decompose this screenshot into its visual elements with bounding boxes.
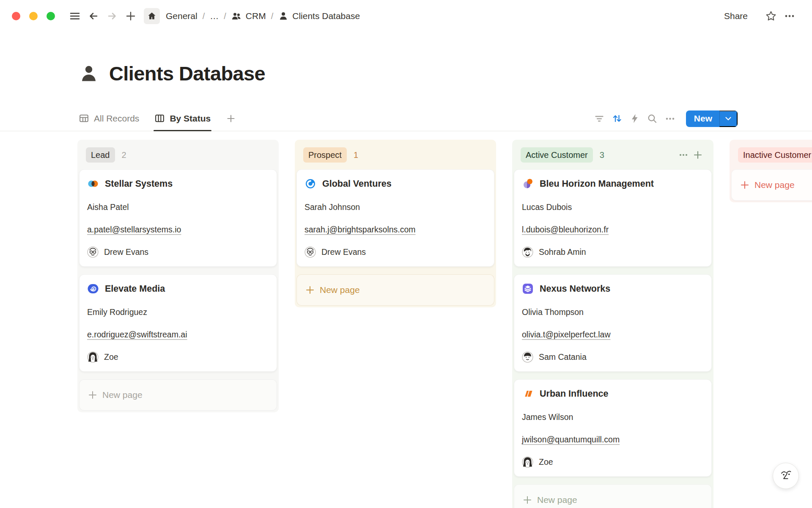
new-record-split-button: New <box>686 110 738 127</box>
breadcrumb-separator: / <box>224 11 226 21</box>
plus-icon <box>226 113 236 124</box>
new-tab-button[interactable] <box>123 8 139 24</box>
favorite-button[interactable] <box>763 8 779 24</box>
status-chip-inactive-customer[interactable]: Inactive Customer <box>738 147 812 163</box>
owner-name: Sohrab Amin <box>539 247 586 257</box>
ellipsis-icon <box>678 150 689 160</box>
breadcrumb-item-general[interactable]: General <box>164 10 199 22</box>
email-link[interactable]: e.rodriguez@swiftstream.ai <box>87 330 187 339</box>
sidebar-menu-button[interactable] <box>67 8 83 24</box>
email-link[interactable]: a.patel@stellarsystems.io <box>87 225 181 234</box>
column-lead-header: Lead 2 <box>79 141 277 169</box>
new-page-button-inactive-customer[interactable]: New page <box>731 169 812 201</box>
card-title-row: Urban Influence <box>522 388 704 400</box>
automations-button[interactable] <box>626 110 644 127</box>
column-add-card-button[interactable] <box>691 149 705 161</box>
minimize-window-button[interactable] <box>29 12 38 20</box>
tab-by-status-label: By Status <box>170 113 211 124</box>
tab-all-records[interactable]: All Records <box>79 106 139 131</box>
breadcrumb: General / … / CRM / Clients Database <box>164 10 362 22</box>
breadcrumb-general-label: General <box>166 11 198 21</box>
new-page-label: New page <box>537 495 577 505</box>
company-name: Bleu Horizon Management <box>540 179 654 189</box>
purple-orange-pie-icon <box>522 178 534 190</box>
notion-ai-button[interactable] <box>773 463 799 489</box>
card-elevate-media[interactable]: Elevate Media Emily Rodriguez e.rodrigue… <box>79 274 277 372</box>
board-view-icon <box>154 113 165 124</box>
page-options-button[interactable] <box>782 8 798 24</box>
breadcrumb-crm-label: CRM <box>246 11 266 21</box>
card-stellar-systems[interactable]: Stellar Systems Aisha Patel a.patel@stel… <box>79 169 277 267</box>
arrow-right-icon <box>106 10 118 22</box>
new-page-button-prospect[interactable]: New page <box>296 274 494 306</box>
card-global-ventures[interactable]: Global Ventures Sarah Johnson sarah.j@br… <box>296 169 494 267</box>
avatar-zoe <box>87 351 99 363</box>
hamburger-icon <box>69 11 80 22</box>
email-field: jwilson@quantumquill.com <box>522 434 704 445</box>
breadcrumb-item-clients-database[interactable]: Clients Database <box>277 10 362 22</box>
traffic-lights <box>12 12 55 20</box>
new-page-button-lead[interactable]: New page <box>79 379 277 411</box>
workspace-home-button[interactable] <box>144 8 160 24</box>
add-view-button[interactable] <box>226 106 236 131</box>
breadcrumb-page-label: Clients Database <box>292 11 360 21</box>
email-link[interactable]: jwilson@quantumquill.com <box>522 435 620 444</box>
new-page-button-active-customer[interactable]: New page <box>514 484 712 508</box>
company-name: Elevate Media <box>105 284 165 294</box>
column-active-customer-count: 3 <box>600 150 604 160</box>
breadcrumb-ellipsis-label: … <box>210 11 219 21</box>
card-nexus-networks[interactable]: Nexus Networks Olivia Thompson olivia.t@… <box>514 274 712 372</box>
company-name: Stellar Systems <box>105 179 173 189</box>
card-title-row: Nexus Networks <box>522 283 704 295</box>
sort-button[interactable] <box>608 110 626 127</box>
plus-icon <box>523 495 532 505</box>
email-link[interactable]: l.dubois@bleuhorizon.fr <box>522 225 609 234</box>
view-toolbar: New <box>590 106 738 131</box>
status-chip-active-customer[interactable]: Active Customer <box>521 147 593 163</box>
owner-row: Drew Evans <box>304 246 486 258</box>
email-link[interactable]: olivia.t@pixelperfect.law <box>522 330 610 339</box>
owner-row: Zoe <box>522 456 704 468</box>
card-bleu-horizon-management[interactable]: Bleu Horizon Management Lucas Dubois l.d… <box>514 169 712 267</box>
plus-icon <box>740 180 749 190</box>
breadcrumb-item-crm[interactable]: CRM <box>230 10 268 22</box>
email-link[interactable]: sarah.j@brightsparksolns.com <box>304 225 416 234</box>
status-chip-prospect[interactable]: Prospect <box>303 147 347 163</box>
forward-button[interactable] <box>104 8 120 24</box>
blue-spiral-icon <box>87 283 99 295</box>
view-options-button[interactable] <box>661 110 679 127</box>
share-button[interactable]: Share <box>720 8 752 24</box>
avatar-drew-evans <box>87 246 99 258</box>
zoom-window-button[interactable] <box>47 12 55 20</box>
plus-icon <box>693 150 703 160</box>
home-icon <box>147 11 157 21</box>
tab-by-status[interactable]: By Status <box>154 106 211 131</box>
arrow-left-icon <box>88 10 99 22</box>
status-chip-lead[interactable]: Lead <box>86 147 115 163</box>
plus-icon <box>88 390 97 400</box>
close-window-button[interactable] <box>12 12 20 20</box>
new-record-button[interactable]: New <box>686 110 719 127</box>
sort-icon <box>611 113 623 124</box>
filter-button[interactable] <box>590 110 608 127</box>
breadcrumb-separator: / <box>271 11 274 21</box>
back-button[interactable] <box>85 8 102 24</box>
contact-name: Olivia Thompson <box>522 306 704 318</box>
column-prospect: Prospect 1 Global Ventures Sarah Johnson… <box>295 140 496 307</box>
email-field: olivia.t@pixelperfect.law <box>522 329 704 340</box>
email-field: l.dubois@bleuhorizon.fr <box>522 224 704 235</box>
contact-name: Sarah Johnson <box>304 202 486 213</box>
card-urban-influence[interactable]: Urban Influence James Wilson jwilson@qua… <box>514 379 712 477</box>
new-record-dropdown-button[interactable] <box>719 110 738 127</box>
breadcrumb-item-collapsed[interactable]: … <box>208 10 220 22</box>
column-prospect-header: Prospect 1 <box>296 141 494 169</box>
window-titlebar: General / … / CRM / Clients Database Sha… <box>0 0 812 32</box>
company-name: Urban Influence <box>540 389 608 399</box>
people-icon <box>231 11 242 22</box>
ellipsis-icon <box>664 113 676 124</box>
column-active-customer-header: Active Customer 3 <box>514 141 712 169</box>
star-icon <box>765 10 777 22</box>
avatar-zoe <box>522 456 533 468</box>
search-button[interactable] <box>644 110 661 127</box>
column-options-button[interactable] <box>676 149 691 161</box>
